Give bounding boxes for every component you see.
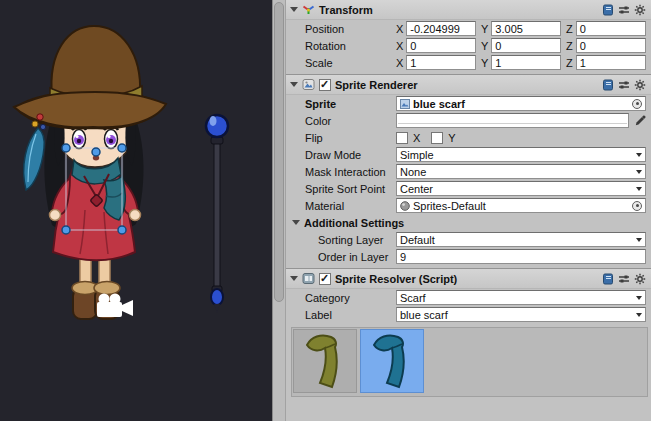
sprite-sort-point-value: Center xyxy=(400,183,433,195)
x-axis-label: X xyxy=(396,57,403,69)
scale-x-field[interactable]: 1 xyxy=(406,55,476,70)
sorting-layer-label: Sorting Layer xyxy=(292,234,396,246)
additional-settings-foldout[interactable]: Additional Settings xyxy=(286,214,651,231)
transform-header[interactable]: Transform xyxy=(286,0,651,20)
sprite-row: Sprite blue scarf xyxy=(286,95,651,112)
chevron-down-icon xyxy=(636,238,642,242)
flip-label: Flip xyxy=(292,132,396,144)
position-y-field[interactable]: 3.005 xyxy=(491,21,561,36)
eyedropper-icon[interactable] xyxy=(634,114,646,127)
rotation-row: Rotation X0 Y0 Z0 xyxy=(286,37,651,54)
sorting-layer-row: Sorting Layer Default xyxy=(286,231,651,248)
z-axis-label: Z xyxy=(566,23,573,35)
gear-icon[interactable] xyxy=(634,4,646,16)
scene-view[interactable] xyxy=(0,0,272,421)
sprite-thumbnail[interactable] xyxy=(293,329,357,393)
object-picker-icon[interactable] xyxy=(632,201,642,211)
sprite-sort-point-row: Sprite Sort Point Center xyxy=(286,180,651,197)
chevron-down-icon xyxy=(636,187,642,191)
presets-icon[interactable] xyxy=(618,273,630,285)
axes-gizmo-icon xyxy=(302,3,315,16)
sprite-renderer-title: Sprite Renderer xyxy=(335,79,418,91)
sprite-thumb-icon xyxy=(400,99,410,109)
sprite-variant-strip xyxy=(291,327,648,397)
scale-z-field[interactable]: 1 xyxy=(576,55,646,70)
green-scarf-image xyxy=(303,333,347,389)
flip-x-label: X xyxy=(413,132,420,144)
foldout-arrow-icon[interactable] xyxy=(290,82,298,87)
presets-icon[interactable] xyxy=(618,79,630,91)
transform-title: Transform xyxy=(319,4,373,16)
order-in-layer-row: Order in Layer 9 xyxy=(286,248,651,265)
scale-y-field[interactable]: 1 xyxy=(491,55,561,70)
sprite-sort-point-label: Sprite Sort Point xyxy=(292,183,396,195)
draw-mode-dropdown[interactable]: Simple xyxy=(396,147,646,162)
staff-sprite[interactable] xyxy=(206,115,228,313)
position-row: Position X-0.204999 Y3.005 Z0 xyxy=(286,20,651,37)
scale-x-value: 1 xyxy=(410,57,416,69)
sprite-resolver-header[interactable]: Sprite Resolver (Script) xyxy=(286,269,651,289)
y-axis-label: Y xyxy=(481,57,488,69)
draw-mode-value: Simple xyxy=(400,149,434,161)
category-label: Category xyxy=(292,292,396,304)
sprite-resolver-component: Sprite Resolver (Script) Category Scarf … xyxy=(286,268,651,402)
position-x-field[interactable]: -0.204999 xyxy=(406,21,476,36)
script-icon xyxy=(302,272,315,285)
foldout-arrow-icon[interactable] xyxy=(292,220,300,225)
y-axis-label: Y xyxy=(481,23,488,35)
label-value: blue scarf xyxy=(400,309,448,321)
flip-row: Flip X Y xyxy=(286,129,651,146)
rotation-x-field[interactable]: 0 xyxy=(406,38,476,53)
color-swatch[interactable] xyxy=(396,113,629,128)
sprite-sort-point-dropdown[interactable]: Center xyxy=(396,181,646,196)
rotation-z-field[interactable]: 0 xyxy=(576,38,646,53)
category-dropdown[interactable]: Scarf xyxy=(396,290,646,305)
sorting-layer-dropdown[interactable]: Default xyxy=(396,232,646,247)
material-row: Material Sprites-Default xyxy=(286,197,651,214)
flip-x-checkbox[interactable] xyxy=(396,132,408,144)
help-book-icon[interactable] xyxy=(602,4,614,16)
inspector-panel: Transform Position X-0.204999 Y3.005 Z0 … xyxy=(286,0,651,421)
sprite-resolver-title: Sprite Resolver (Script) xyxy=(335,273,457,285)
sprite-object-field[interactable]: blue scarf xyxy=(396,96,646,111)
character-sprite[interactable] xyxy=(14,26,166,319)
flip-y-checkbox[interactable] xyxy=(431,132,443,144)
component-enabled-checkbox[interactable] xyxy=(319,79,331,91)
color-label: Color xyxy=(292,115,396,127)
sprite-thumbnail[interactable] xyxy=(360,329,424,393)
image-icon xyxy=(302,78,315,91)
blue-scarf-image xyxy=(370,333,414,389)
help-book-icon[interactable] xyxy=(602,273,614,285)
foldout-arrow-icon[interactable] xyxy=(290,7,298,12)
position-label: Position xyxy=(292,23,396,35)
x-axis-label: X xyxy=(396,23,403,35)
object-picker-icon[interactable] xyxy=(632,99,642,109)
rotation-label: Rotation xyxy=(292,40,396,52)
chevron-down-icon xyxy=(636,153,642,157)
label-row: Label blue scarf xyxy=(286,306,651,323)
sprite-renderer-header[interactable]: Sprite Renderer xyxy=(286,75,651,95)
scrollbar-thumb[interactable] xyxy=(274,2,284,302)
gear-icon[interactable] xyxy=(634,79,646,91)
position-z-field[interactable]: 0 xyxy=(576,21,646,36)
material-object-value: Sprites-Default xyxy=(413,200,486,212)
foldout-arrow-icon[interactable] xyxy=(290,276,298,281)
material-sphere-icon xyxy=(400,201,410,211)
help-book-icon[interactable] xyxy=(602,79,614,91)
chevron-down-icon xyxy=(636,313,642,317)
rotation-y-field[interactable]: 0 xyxy=(491,38,561,53)
presets-icon[interactable] xyxy=(618,4,630,16)
scene-canvas[interactable] xyxy=(0,0,272,421)
mask-interaction-dropdown[interactable]: None xyxy=(396,164,646,179)
inspector-scrollbar[interactable] xyxy=(272,0,286,421)
camera-gizmo-icon[interactable] xyxy=(97,294,133,318)
gear-icon[interactable] xyxy=(634,273,646,285)
component-enabled-checkbox[interactable] xyxy=(319,273,331,285)
material-object-field[interactable]: Sprites-Default xyxy=(396,198,646,213)
scale-y-value: 1 xyxy=(495,57,501,69)
mask-interaction-label: Mask Interaction xyxy=(292,166,396,178)
rotation-x-value: 0 xyxy=(410,40,416,52)
label-dropdown[interactable]: blue scarf xyxy=(396,307,646,322)
mask-interaction-row: Mask Interaction None xyxy=(286,163,651,180)
order-in-layer-field[interactable]: 9 xyxy=(396,249,646,264)
